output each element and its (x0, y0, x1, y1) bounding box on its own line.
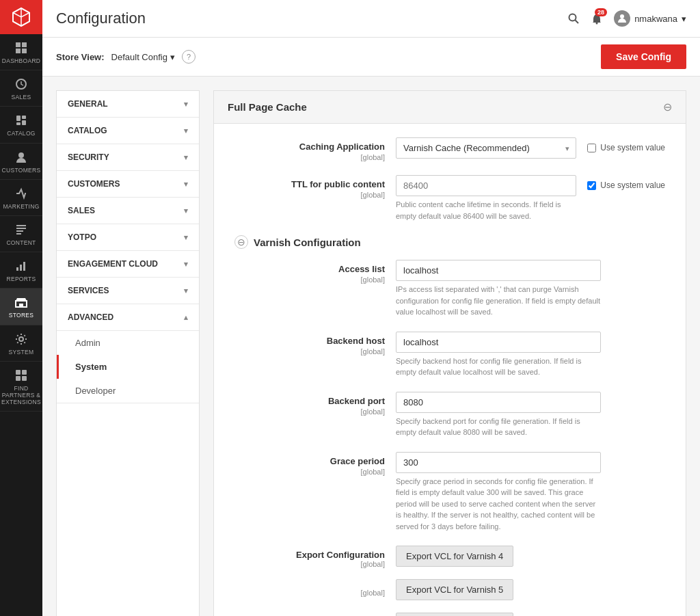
grace-period-input[interactable] (396, 452, 601, 473)
search-button[interactable] (567, 12, 580, 25)
caching-application-select[interactable]: Varnish Cache (Recommended) Built-in Cac… (396, 137, 576, 159)
left-nav-yotpo[interactable]: YOTPO ▾ (57, 224, 199, 251)
chevron-up-icon: ▴ (184, 313, 188, 322)
ttl-system-label: Use system value (600, 180, 665, 190)
sidebar-system-label: SYSTEM (9, 349, 34, 356)
caching-application-label-col: Caching Application [global] (234, 137, 385, 161)
sidebar-extensions-label: FIND PARTNERS & EXTENSIONS (1, 385, 41, 406)
page-title: Configuration (56, 10, 146, 27)
store-view-current: Default Config (111, 52, 167, 62)
sidebar-item-customers[interactable]: CUSTOMERS (0, 144, 42, 180)
user-name: nmakwana (634, 14, 677, 24)
left-nav-advanced[interactable]: ADVANCED ▴ (57, 304, 199, 331)
access-list-description: IPs access list separated with ',' that … (396, 284, 601, 318)
left-nav-services[interactable]: SERVICES ▾ (57, 278, 199, 304)
svg-rect-19 (16, 370, 21, 375)
varnish-section-header: ⊖ Varnish Configuration (234, 235, 665, 249)
caching-application-select-wrapper: Varnish Cache (Recommended) Built-in Cac… (396, 137, 576, 159)
export-varnish4-button[interactable]: Export VCL for Varnish 4 (396, 546, 513, 567)
export-varnish5-col: Export VCL for Varnish 5 (396, 579, 513, 606)
config-content: Caching Application [global] Varnish Cac… (214, 124, 686, 616)
sidebar-item-stores[interactable]: STORES (0, 289, 42, 325)
sidebar-item-marketing[interactable]: MARKETING (0, 180, 42, 216)
grace-period-row: Grace period [global] Specify grace peri… (234, 452, 665, 533)
sidebar-customers-label: CUSTOMERS (2, 167, 41, 174)
svg-rect-22 (22, 376, 27, 381)
left-nav-catalog[interactable]: CATALOG ▾ (57, 118, 199, 144)
left-nav-developer-label: Developer (75, 386, 116, 396)
store-view-select[interactable]: Default Config ▾ (111, 52, 175, 62)
sidebar-reports-label: REPORTS (6, 276, 36, 282)
left-nav-yotpo-label: YOTPO (68, 232, 96, 242)
chevron-down-icon: ▾ (184, 100, 188, 109)
backend-host-row: Backend host [global] Specify backend ho… (234, 332, 665, 378)
backend-port-scope: [global] (234, 407, 385, 416)
left-nav-customers[interactable]: CUSTOMERS ▾ (57, 171, 199, 198)
left-nav-developer[interactable]: Developer (57, 379, 199, 403)
caching-application-system-checkbox[interactable] (587, 144, 596, 152)
ttl-input[interactable] (396, 175, 576, 196)
notification-wrapper: 28 (591, 12, 603, 25)
varnish-toggle-button[interactable]: ⊖ (234, 235, 248, 249)
svg-rect-2 (16, 49, 21, 53)
access-list-label-col: Access list [global] (234, 260, 385, 284)
ttl-system-checkbox[interactable] (587, 181, 596, 190)
left-nav-engagement-cloud[interactable]: ENGAGEMENT CLOUD ▾ (57, 251, 199, 278)
left-nav-engagement-cloud-label: ENGAGEMENT CLOUD (68, 259, 158, 269)
help-icon[interactable]: ? (182, 50, 196, 64)
sidebar-item-system[interactable]: SYSTEM (0, 325, 42, 362)
left-nav-admin[interactable]: Admin (57, 331, 199, 355)
svg-rect-15 (20, 265, 22, 271)
section-header[interactable]: Full Page Cache ⊖ (214, 91, 686, 124)
store-view-label: Store View: (56, 52, 105, 62)
sidebar-item-extensions[interactable]: FIND PARTNERS & EXTENSIONS (0, 362, 42, 412)
left-nav-advanced-label: ADVANCED (68, 312, 113, 322)
magento-logo[interactable] (0, 0, 42, 34)
backend-port-label-col: Backend port [global] (234, 392, 385, 416)
left-nav-security-label: SECURITY (68, 152, 109, 162)
sidebar-catalog-label: CATALOG (7, 130, 35, 137)
backend-host-input[interactable] (396, 332, 601, 353)
left-nav-sales[interactable]: SALES ▾ (57, 198, 199, 224)
sidebar-item-reports[interactable]: REPORTS (0, 252, 42, 289)
export-varnish6-button[interactable]: Export VCL for Varnish 6 (396, 613, 513, 616)
access-list-row: Access list [global] IPs access list sep… (234, 260, 665, 318)
svg-line-24 (576, 21, 579, 24)
left-nav-general[interactable]: GENERAL ▾ (57, 91, 199, 118)
svg-point-18 (19, 337, 23, 341)
config-panel: Full Page Cache ⊖ Caching Application [g… (213, 90, 686, 616)
sidebar-sales-label: SALES (12, 94, 31, 101)
svg-rect-8 (22, 120, 26, 125)
export-buttons-col: Export VCL for Varnish 4 (396, 546, 513, 572)
chevron-down-icon: ▾ (184, 153, 188, 162)
svg-rect-14 (16, 267, 18, 271)
sidebar-item-dashboard[interactable]: DASHBOARD (0, 34, 42, 70)
sidebar-item-content[interactable]: CONTENT (0, 216, 42, 252)
sidebar-stores-label: STORES (9, 312, 34, 319)
store-view-left: Store View: Default Config ▾ ? (56, 50, 196, 64)
left-nav-catalog-label: CATALOG (68, 126, 107, 135)
ttl-field: Public content cache lifetime in seconds… (396, 175, 576, 222)
save-config-button[interactable]: Save Config (601, 44, 686, 69)
caching-application-system-label: Use system value (600, 143, 665, 152)
left-nav-system[interactable]: System (57, 355, 199, 379)
caching-application-field: Varnish Cache (Recommended) Built-in Cac… (396, 137, 576, 159)
sidebar-item-catalog[interactable]: CATALOG (0, 107, 42, 143)
access-list-label: Access list (234, 264, 385, 274)
grace-period-label: Grace period (234, 456, 385, 466)
access-list-input[interactable] (396, 260, 601, 281)
sidebar-marketing-label: MARKETING (3, 203, 39, 210)
top-header: Configuration 28 (42, 0, 700, 38)
grace-period-scope: [global] (234, 468, 385, 476)
backend-port-field: Specify backend port for config file gen… (396, 392, 665, 438)
left-nav-sales-label: SALES (68, 206, 95, 215)
backend-port-input[interactable] (396, 392, 601, 413)
sidebar-item-sales[interactable]: SALES (0, 70, 42, 107)
svg-rect-1 (22, 42, 27, 47)
user-menu[interactable]: nmakwana ▾ (614, 10, 686, 27)
export-config-label: Export Configuration (234, 550, 385, 560)
backend-host-scope: [global] (234, 347, 385, 356)
left-nav-security[interactable]: SECURITY ▾ (57, 144, 199, 171)
svg-rect-20 (22, 370, 27, 375)
export-varnish5-button[interactable]: Export VCL for Varnish 5 (396, 579, 513, 600)
